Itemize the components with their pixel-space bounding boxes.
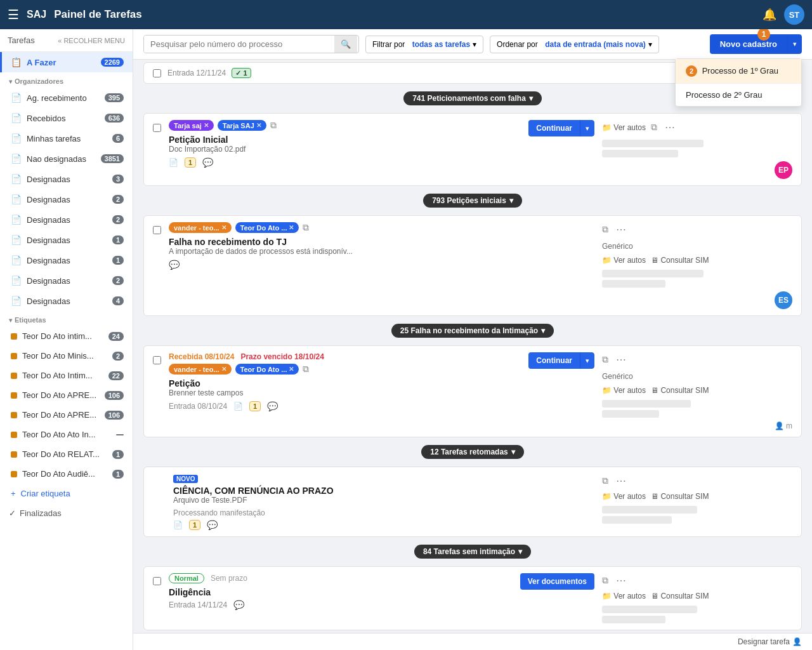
task-checkbox[interactable] — [153, 124, 161, 132]
task-title: Petição — [169, 378, 521, 388]
sidebar-etiqueta-5[interactable]: Teor Do Ato APRE... 106 — [0, 405, 133, 425]
sidebar-item-designadas-2[interactable]: 📄Designadas 2 — [0, 189, 133, 209]
sidebar-item-a-fazer[interactable]: 📋 A Fazer 2269 — [0, 52, 133, 72]
bell-icon[interactable]: 🔔 — [763, 8, 776, 22]
task-actions: Continuar ▾ — [528, 120, 594, 136]
sidebar-etiqueta-2[interactable]: Teor Do Ato Minis... 2 — [0, 346, 133, 366]
sidebar-etiqueta-4[interactable]: Teor Do Ato APRE... 106 — [0, 385, 133, 405]
sidebar-criar-etiqueta[interactable]: + Criar etiqueta — [0, 484, 133, 503]
ver-autos-btn[interactable]: 📁 Ver autos — [602, 492, 646, 501]
copy-icon[interactable]: ⧉ — [602, 475, 608, 486]
ver-autos-btn[interactable]: 📁 Ver autos — [602, 256, 646, 265]
ver-autos-btn[interactable]: 📁 Ver autos — [602, 386, 646, 395]
tag[interactable]: Tarja SAJ ✕ — [218, 120, 266, 131]
sidebar-finalizadas[interactable]: ✓ Finalizadas — [0, 503, 133, 523]
search-button[interactable]: 🔍 — [334, 36, 357, 53]
sidebar-item-minhas-tarefas[interactable]: 📄Minhas tarefas 6 — [0, 128, 133, 149]
sidebar-etiqueta-7[interactable]: Teor Do Ato RELAT... 1 — [0, 444, 133, 464]
avatar[interactable]: ST — [784, 4, 804, 25]
task-main: NOVO CIÊNCIA, COM RENÚNCIA AO PRAZO Arqu… — [173, 474, 594, 530]
hamburger-icon[interactable]: ☰ — [8, 7, 19, 22]
group-label-2[interactable]: 793 Petições iniciais ▾ — [423, 194, 522, 208]
sidebar-item-nao-designadas[interactable]: 📄Nao designadas 3851 — [0, 149, 133, 169]
tag[interactable]: Tarja saj ✕ — [169, 120, 214, 131]
ver-autos-btn[interactable]: 📁 Ver autos — [602, 592, 646, 600]
copy-icon[interactable]: ⧉ — [303, 222, 309, 233]
sidebar-etiqueta-3[interactable]: Teor Do Ato Intim... 22 — [0, 366, 133, 385]
sidebar-item-designadas-7[interactable]: 📄Designadas 4 — [0, 291, 133, 311]
sidebar-section-etiquetas[interactable]: ▾ Etiquetas — [0, 311, 133, 326]
ver-autos-btn[interactable]: 📁 Ver autos — [602, 123, 646, 132]
sidebar-etiqueta-8[interactable]: Teor Do Ato Audiê... 1 — [0, 464, 133, 484]
order-label: Ordenar por — [497, 40, 538, 49]
designar-tarefa-btn[interactable]: Designar tarefa 👤 — [738, 637, 802, 646]
sidebar-item-recebidos[interactable]: 📄Recebidos 636 — [0, 108, 133, 128]
search-input[interactable] — [144, 36, 334, 53]
copy-icon[interactable]: ⧉ — [651, 122, 657, 133]
task-subtitle: Doc Importação 02.pdf — [169, 145, 521, 154]
tag-x-icon[interactable]: ✕ — [221, 366, 226, 373]
copy-icon[interactable]: ⧉ — [602, 575, 608, 586]
blurred-text-1 — [602, 140, 704, 147]
tag-x-icon[interactable]: ✕ — [289, 224, 294, 231]
group-label-3[interactable]: 25 Falha no recebimento da Intimação ▾ — [391, 324, 554, 338]
sidebar-item-designadas-5[interactable]: 📄Designadas 1 — [0, 250, 133, 270]
task-checkbox[interactable] — [153, 577, 161, 585]
badge: 24 — [108, 332, 124, 341]
tag-x-icon[interactable]: ✕ — [256, 122, 261, 129]
tag[interactable]: vander - teo... ✕ — [169, 222, 232, 233]
consultar-sim-btn[interactable]: 🖥 Consultar SIM — [651, 386, 709, 395]
copy-icon[interactable]: ⧉ — [602, 354, 608, 365]
etiqueta-dot — [11, 432, 17, 438]
tag-x-icon[interactable]: ✕ — [204, 122, 209, 129]
entrada-date: Entrada 14/11/24 — [169, 600, 227, 609]
order-btn[interactable]: Ordenar por data de entrada (mais nova) … — [490, 36, 659, 53]
consultar-sim-btn[interactable]: 🖥 Consultar SIM — [651, 256, 709, 265]
copy-icon[interactable]: ⧉ — [602, 224, 608, 235]
group-label-1[interactable]: 741 Peticionamentos com falha ▾ — [403, 91, 542, 105]
sidebar-etiqueta-6[interactable]: Teor Do Ato Ato In... — [0, 425, 133, 444]
user-icon: 👤 — [792, 637, 802, 646]
task-card: vander - teo... ✕ Teor Do Ato ... ✕ ⧉ Fa… — [143, 215, 802, 316]
continuar-dropdown-btn[interactable]: ▾ — [580, 120, 594, 136]
tag[interactable]: Teor Do Ato ... ✕ — [235, 222, 299, 233]
more-options-btn[interactable]: ⋯ — [613, 222, 629, 237]
sidebar-item-designadas-4[interactable]: 📄Designadas 1 — [0, 230, 133, 250]
tag[interactable]: Teor Do Ato ... ✕ — [235, 364, 299, 375]
continuar-dropdown-btn[interactable]: ▾ — [580, 352, 594, 369]
consultar-sim-btn[interactable]: 🖥 Consultar SIM — [651, 592, 709, 600]
sidebar-item-designadas-6[interactable]: 📄Designadas 2 — [0, 270, 133, 291]
sidebar-item-designadas-3[interactable]: 📄Designadas 2 — [0, 209, 133, 230]
more-options-btn[interactable]: ⋯ — [613, 474, 629, 488]
ver-documentos-btn[interactable]: Ver documentos — [520, 573, 594, 590]
task-right-actions: 📁 Ver autos ⧉ ⋯ — [602, 120, 678, 135]
group-label-4[interactable]: 12 Tarefas retomadas ▾ — [421, 445, 524, 459]
task-checkbox[interactable] — [153, 69, 161, 77]
more-options-btn[interactable]: ⋯ — [613, 352, 629, 367]
more-options-btn[interactable]: ⋯ — [613, 573, 629, 588]
task-checkbox[interactable] — [153, 226, 161, 234]
copy-icon[interactable]: ⧉ — [303, 364, 309, 375]
sidebar-section-organizadores[interactable]: ▾ Organizadores — [0, 72, 133, 88]
tag-x-icon[interactable]: ✕ — [221, 224, 226, 231]
copy-icon[interactable]: ⧉ — [270, 120, 277, 131]
filter-btn[interactable]: Filtrar por todas as tarefas ▾ — [365, 36, 483, 53]
tag[interactable]: vander - teo... ✕ — [169, 364, 232, 375]
novo-cadastro-dropdown-btn[interactable]: ▾ — [788, 34, 802, 54]
consultar-sim-btn[interactable]: 🖥 Consultar SIM — [651, 492, 709, 501]
task-checkbox[interactable] — [153, 356, 161, 364]
novo-cadastro-btn[interactable]: Novo cadastro — [710, 34, 788, 54]
sidebar-item-ag-recebimento[interactable]: 📄Ag. recebimento 395 — [0, 88, 133, 108]
tag-x-icon[interactable]: ✕ — [289, 366, 294, 373]
group-label-5[interactable]: 84 Tarefas sem intimação ▾ — [414, 545, 531, 559]
dropdown-item-2grau[interactable]: Processo de 2º Grau — [676, 84, 801, 106]
recolher-menu-btn[interactable]: « RECOLHER MENU — [58, 37, 125, 44]
group-label-text: 84 Tarefas sem intimação — [423, 547, 515, 556]
more-options-btn[interactable]: ⋯ — [662, 120, 678, 135]
sidebar-etiqueta-1[interactable]: Teor Do Ato intim... 24 — [0, 326, 133, 346]
sidebar-item-designadas-1[interactable]: 📄Designadas 3 — [0, 169, 133, 189]
continuar-btn[interactable]: Continuar — [528, 352, 580, 369]
dropdown-item-1grau[interactable]: 2 Processo de 1º Grau — [676, 59, 801, 84]
blurred-text — [602, 410, 659, 418]
continuar-btn[interactable]: Continuar — [528, 120, 580, 136]
